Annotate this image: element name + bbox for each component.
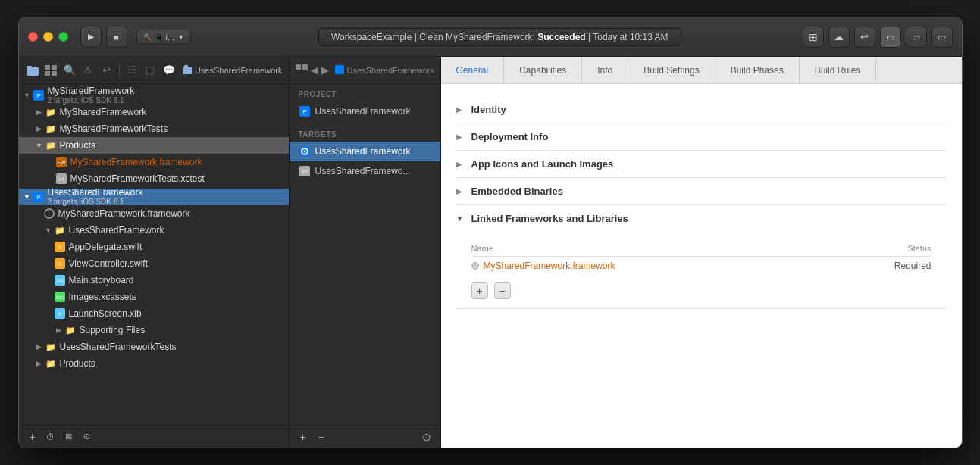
section-arrow-appicons: ▶ bbox=[456, 160, 465, 168]
lf-remove-button[interactable]: − bbox=[494, 282, 511, 299]
filter-button[interactable]: ⏱ bbox=[43, 429, 58, 445]
close-button[interactable] bbox=[28, 32, 38, 42]
section-row-appicons[interactable]: ▶ App Icons and Launch Images bbox=[456, 151, 947, 178]
file-tree: ▼ P MySharedFramework 2 targets, iOS SDK… bbox=[19, 84, 289, 425]
tree-item-msfw-ref[interactable]: MySharedFramework.framework bbox=[19, 205, 289, 222]
nav-breadcrumb: UsesSharedFramework bbox=[335, 65, 435, 76]
tab-build-phases[interactable]: Build Phases bbox=[715, 57, 800, 84]
lf-add-button[interactable]: + bbox=[471, 282, 488, 299]
nav-target-usf[interactable]: UsesSharedFramework bbox=[290, 142, 440, 161]
sidebar-bottom-bar: + ⏱ ⊠ ⊙ bbox=[19, 425, 289, 448]
layout-grid-button[interactable]: ⊞ bbox=[803, 27, 824, 48]
tree-item-launchscreen[interactable]: X LaunchScreen.xib bbox=[19, 305, 289, 322]
svg-rect-28 bbox=[302, 64, 308, 70]
arrow-products-1: ▼ bbox=[34, 142, 45, 149]
lf-col-name: Name bbox=[471, 244, 856, 253]
nav-targets-section: TARGETS UsesSharedFramework bbox=[290, 130, 440, 181]
tree-item-viewcontroller[interactable]: S ViewController.swift bbox=[19, 255, 289, 272]
tree-label-launchscreen: LaunchScreen.xib bbox=[69, 308, 142, 319]
tree-item-products-2[interactable]: ▶ 📁 Products bbox=[19, 355, 289, 372]
nav-target-usftests-label: UsesSharedFramewo... bbox=[315, 166, 411, 176]
svg-rect-29 bbox=[335, 65, 344, 74]
nav-back-btn[interactable]: ◀ bbox=[311, 61, 318, 80]
tree-label-viewcontroller: ViewController.swift bbox=[69, 258, 148, 269]
speech-btn[interactable]: 💬 bbox=[161, 61, 176, 80]
multi-window-btn[interactable] bbox=[43, 61, 58, 80]
tree-label-products-1: Products bbox=[60, 140, 95, 151]
inspector-toggle[interactable]: ▭ bbox=[931, 27, 953, 48]
tree-label-msftest: MySharedFrameworkTests.xctest bbox=[70, 173, 205, 184]
folder-icon-btn[interactable] bbox=[25, 61, 40, 80]
add-file-button[interactable]: + bbox=[25, 429, 40, 445]
section-title-appicons: App Icons and Launch Images bbox=[471, 158, 614, 170]
tree-item-msftest[interactable]: XT MySharedFrameworkTests.xctest bbox=[19, 170, 289, 187]
tree-item-usftests[interactable]: ▶ 📁 UsesSharedFrameworkTests bbox=[19, 339, 289, 355]
tree-item-images-xcassets[interactable]: IMG Images.xcassets bbox=[19, 289, 289, 305]
tab-info[interactable]: Info bbox=[582, 57, 628, 84]
stop-button[interactable]: ■ bbox=[106, 27, 127, 48]
tree-item-products-1[interactable]: ▼ 📁 Products bbox=[19, 137, 289, 154]
tab-build-settings[interactable]: Build Settings bbox=[628, 57, 715, 84]
label-btn[interactable]: ⬚ bbox=[142, 61, 158, 80]
section-row-linked[interactable]: ▼ Linked Frameworks and Libraries bbox=[456, 205, 947, 232]
nav-target-usf-tests[interactable]: XT UsesSharedFramewo... bbox=[290, 161, 440, 181]
tree-item-msftests-folder[interactable]: ▶ 📁 MySharedFrameworkTests bbox=[19, 120, 289, 137]
section-row-identity[interactable]: ▶ Identity bbox=[456, 96, 947, 123]
tree-item-msfw[interactable]: FW MySharedFramework.framework bbox=[19, 154, 289, 170]
tree-item-usf-root[interactable]: ▼ P UsesSharedFramework 2 targets, iOS S… bbox=[19, 189, 289, 205]
nav-remove-button[interactable]: − bbox=[314, 429, 329, 445]
tree-item-label-group: MySharedFramework 2 targets, iOS SDK 8.1 bbox=[48, 86, 135, 105]
tree-item-usf-folder[interactable]: ▼ 📁 UsesSharedFramework bbox=[19, 222, 289, 239]
editor-area: General Capabilities Info Build Settings… bbox=[441, 57, 962, 448]
xib-icon-launchscreen: X bbox=[54, 307, 66, 320]
tree-item-appdelegate[interactable]: S AppDelegate.swift bbox=[19, 239, 289, 255]
section-arrow-deployment: ▶ bbox=[456, 133, 465, 141]
nav-add-button[interactable]: + bbox=[296, 429, 311, 445]
tab-general[interactable]: General bbox=[441, 57, 505, 84]
navigator-toggle[interactable]: ▭ bbox=[880, 27, 901, 48]
swift-icon-viewcontroller: S bbox=[54, 257, 66, 270]
nav-fwd-btn[interactable]: ▶ bbox=[321, 61, 329, 80]
lf-row-0[interactable]: MySharedFramework.framework Required bbox=[471, 257, 931, 275]
tree-item-main-storyboard[interactable]: SB Main.storyboard bbox=[19, 272, 289, 289]
lf-dot-0 bbox=[471, 262, 479, 270]
cloud-button[interactable]: ☁ bbox=[828, 27, 850, 48]
tree-item-msf-folder[interactable]: ▶ 📁 MySharedFramework bbox=[19, 104, 289, 120]
scheme-button[interactable]: 🔨 📱 i... ▼ bbox=[136, 30, 192, 45]
svg-text:FW: FW bbox=[57, 160, 65, 165]
play-button[interactable]: ▶ bbox=[80, 27, 102, 48]
main-window: ▶ ■ 🔨 📱 i... ▼ WorkspaceExample | Clean … bbox=[18, 17, 963, 448]
diff-button[interactable]: ⊙ bbox=[80, 429, 95, 445]
tab-capabilities[interactable]: Capabilities bbox=[504, 57, 582, 84]
svg-text:X: X bbox=[58, 311, 61, 317]
tab-build-rules[interactable]: Build Rules bbox=[800, 57, 877, 84]
section-row-deployment[interactable]: ▶ Deployment Info bbox=[456, 123, 947, 151]
list-btn[interactable]: ☰ bbox=[124, 61, 139, 80]
arrow-usf-folder: ▼ bbox=[43, 226, 54, 234]
nav-bottom-bar: + − ⊙ bbox=[290, 425, 440, 448]
lf-fw-name-0: MySharedFramework.framework bbox=[484, 261, 615, 271]
minimize-button[interactable] bbox=[43, 32, 53, 42]
titlebar: ▶ ■ 🔨 📱 i... ▼ WorkspaceExample | Clean … bbox=[19, 17, 962, 57]
svg-text:P: P bbox=[36, 194, 40, 201]
tab-general-label: General bbox=[456, 65, 489, 76]
section-arrow-linked: ▼ bbox=[456, 214, 465, 223]
debug-toggle[interactable]: ▭ bbox=[906, 27, 927, 48]
undo-btn[interactable]: ↩ bbox=[99, 61, 114, 80]
nav-project-item[interactable]: P UsesSharedFramework bbox=[290, 101, 440, 121]
warning-filter-button[interactable]: ⊠ bbox=[61, 429, 77, 445]
tree-label-msfw-ref: MySharedFramework.framework bbox=[58, 208, 190, 219]
section-row-embedded[interactable]: ▶ Embedded Binaries bbox=[456, 178, 947, 205]
folder-icon-usftests: 📁 bbox=[45, 341, 57, 353]
tree-item-mysharedframework-root[interactable]: ▼ P MySharedFramework 2 targets, iOS SDK… bbox=[19, 87, 289, 104]
tree-item-supporting-files[interactable]: ▶ 📁 Supporting Files bbox=[19, 322, 289, 339]
linked-frameworks-content: Name Status MySharedFramework.framework … bbox=[456, 232, 947, 309]
project-icon-myshared: P bbox=[33, 89, 45, 101]
back-button[interactable]: ↩ bbox=[854, 27, 875, 48]
tree-sublabel-usf-root: 2 targets, iOS SDK 8.1 bbox=[48, 198, 143, 207]
nav-grid-btn[interactable] bbox=[296, 61, 308, 80]
nav-filter-button[interactable]: ⊙ bbox=[419, 429, 434, 445]
fullscreen-button[interactable] bbox=[58, 32, 68, 42]
warning-btn[interactable]: ⚠ bbox=[80, 61, 95, 80]
search-btn[interactable]: 🔍 bbox=[61, 61, 77, 80]
